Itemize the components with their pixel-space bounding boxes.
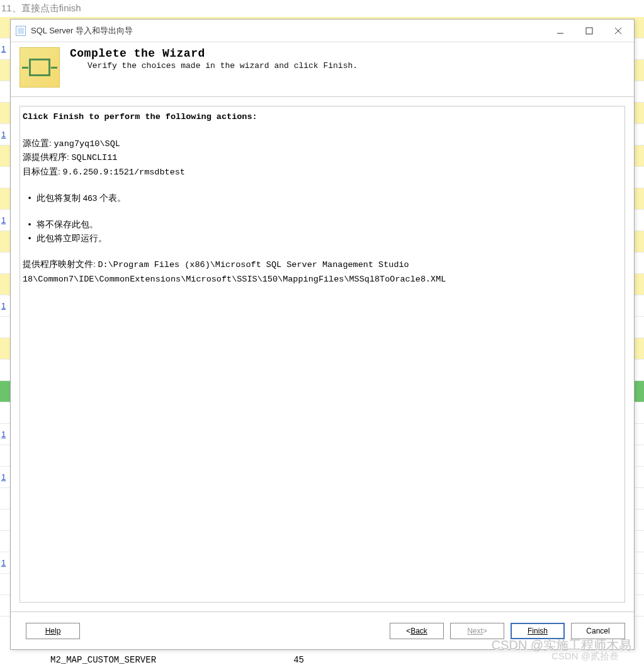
- bullet-copy-tables: 此包将复制 463 个表。: [23, 191, 622, 205]
- bullet-run-now: 此包将立即运行。: [23, 232, 622, 246]
- back-button[interactable]: < Back: [390, 623, 444, 639]
- help-button[interactable]: Help: [26, 623, 80, 639]
- wizard-icon: [20, 47, 60, 88]
- cancel-button[interactable]: Cancel: [571, 623, 625, 639]
- step-label: 11、直接点击finish: [0, 0, 644, 17]
- minimize-button[interactable]: [546, 21, 575, 40]
- close-button[interactable]: [604, 21, 633, 40]
- source-location-row: 源位置: yang7yq10\SQL: [23, 137, 622, 151]
- source-provider-row: 源提供程序: SQLNCLI11: [23, 151, 622, 165]
- app-icon: [16, 26, 26, 36]
- summary-heading: Click Finish to perform the following ac…: [23, 110, 622, 124]
- header-title: Complete the Wizard: [70, 47, 358, 60]
- header-subtitle: Verify the choices made in the wizard an…: [70, 61, 358, 71]
- next-button: Next >: [450, 623, 504, 639]
- header-panel: Complete the Wizard Verify the choices m…: [11, 42, 634, 97]
- titlebar: SQL Server 导入和导出向导: [11, 20, 634, 42]
- maximize-button[interactable]: [575, 21, 604, 40]
- bg-bottom-right: 45: [293, 655, 304, 665]
- svg-rect-1: [586, 28, 592, 34]
- bg-bottom-left: M2_MAP_CUSTOM_SERVER: [50, 655, 156, 665]
- mapping-file-row: 提供程序映射文件: D:\Program Files (x86)\Microso…: [23, 258, 622, 286]
- finish-button[interactable]: Finish: [511, 623, 565, 639]
- dest-location-row: 目标位置: 9.6.250.9:1521/rmsdbtest: [23, 165, 622, 179]
- wizard-dialog: SQL Server 导入和导出向导 Complete the Wizard V…: [10, 19, 635, 650]
- bullet-no-save: 将不保存此包。: [23, 218, 622, 232]
- footer: Help < Back Next > Finish Cancel: [11, 611, 634, 649]
- summary-panel: Click Finish to perform the following ac…: [20, 106, 625, 603]
- window-title: SQL Server 导入和导出向导: [31, 25, 546, 37]
